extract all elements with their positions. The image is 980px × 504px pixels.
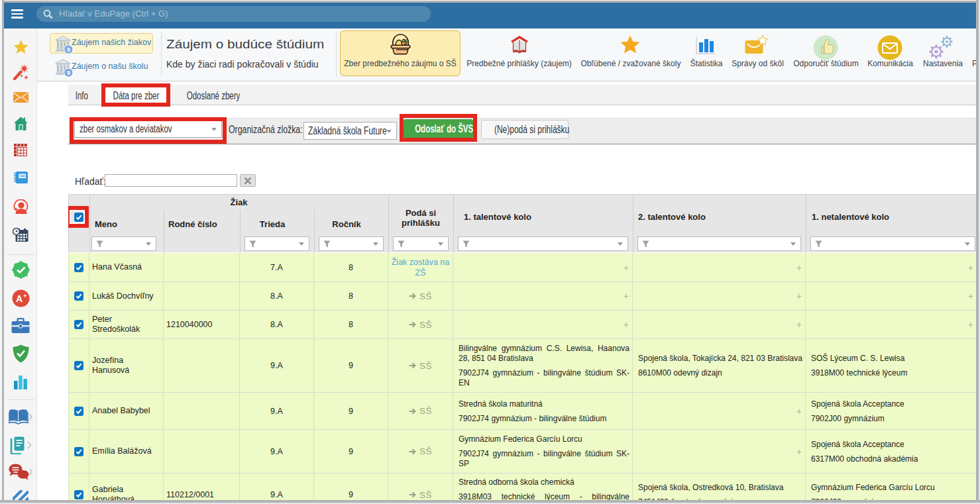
svg-text:A: A	[15, 293, 22, 304]
svg-text:9: 9	[67, 46, 70, 53]
svg-text:9: 9	[67, 70, 70, 76]
svg-text:+: +	[23, 293, 27, 299]
